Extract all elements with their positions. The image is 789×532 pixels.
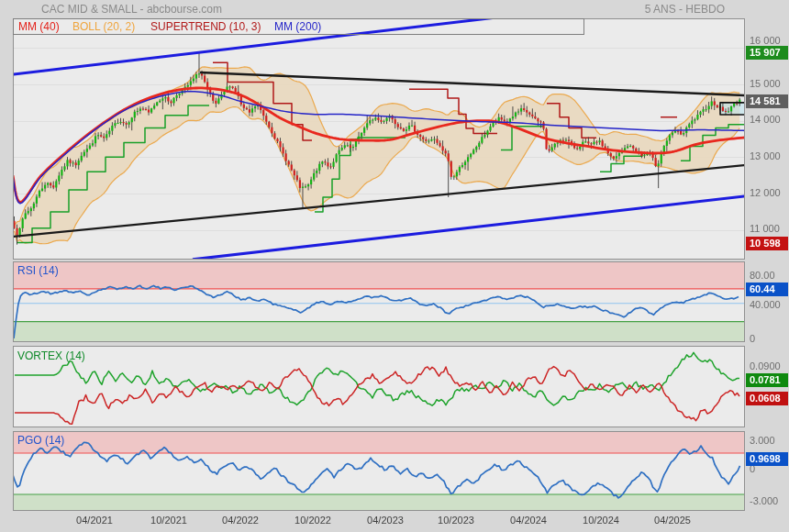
main-axis-tick: 11 000 [750, 223, 780, 234]
date-label: 10/2024 [569, 515, 633, 526]
main-axis-tick: 14 000 [750, 114, 781, 125]
legend-item-bollinger[interactable]: BOLL (20, 2) [72, 20, 135, 33]
vortex-value-badge: 0.0781 [746, 373, 788, 387]
rsi-axis-tick: 40.000 [750, 299, 781, 310]
main-axis-tick: 12 000 [750, 187, 781, 198]
price-and-indicators-chart[interactable] [0, 0, 789, 532]
legend-item-supertrend[interactable]: SUPERTREND (10, 3) [150, 20, 261, 33]
date-label: 04/2022 [208, 515, 272, 526]
chart-title: CAC MID & SMALL - abcbourse.com [41, 3, 222, 16]
date-label: 04/2021 [62, 515, 127, 526]
date-label: 10/2022 [281, 515, 345, 526]
legend-item-mm40[interactable]: MM (40) [18, 20, 60, 33]
rsi-axis-tick: 80.00 [750, 270, 775, 281]
main-value-badge: 15 907 [746, 46, 788, 60]
indicator-legend: MM (40) BOLL (20, 2) SUPERTREND (10, 3) … [13, 18, 584, 35]
main-axis-tick: 15 000 [750, 78, 781, 89]
rsi-panel-label: RSI (14) [17, 264, 59, 277]
vortex-value-badge: 0.0608 [746, 392, 788, 405]
pgo-panel-label: PGO (14) [17, 434, 64, 447]
pgo-axis-tick: 3.000 [750, 435, 775, 446]
vortex-panel-label: VORTEX (14) [17, 349, 85, 362]
date-label: 10/2023 [424, 515, 488, 526]
date-label: 10/2021 [137, 515, 201, 526]
main-value-badge: 10 598 [746, 237, 788, 250]
legend-item-mm200[interactable]: MM (200) [274, 20, 321, 33]
vortex-axis-tick: 0.0900 [750, 360, 781, 371]
pgo-value-badge: 0.9698 [746, 452, 788, 466]
rsi-axis-tick: 0 [750, 333, 755, 344]
date-label: 04/2024 [496, 515, 561, 526]
timeframe-label: 5 ANS - HEBDO [645, 3, 725, 16]
date-label: 04/2023 [353, 515, 417, 526]
main-axis-tick: 13 000 [750, 150, 781, 161]
date-label: 04/2025 [640, 515, 705, 526]
rsi-value-badge: 60.44 [746, 283, 788, 296]
main-value-badge: 14 581 [746, 94, 788, 108]
main-axis-tick: 16 000 [750, 35, 781, 46]
pgo-axis-tick: -3.000 [750, 495, 778, 506]
